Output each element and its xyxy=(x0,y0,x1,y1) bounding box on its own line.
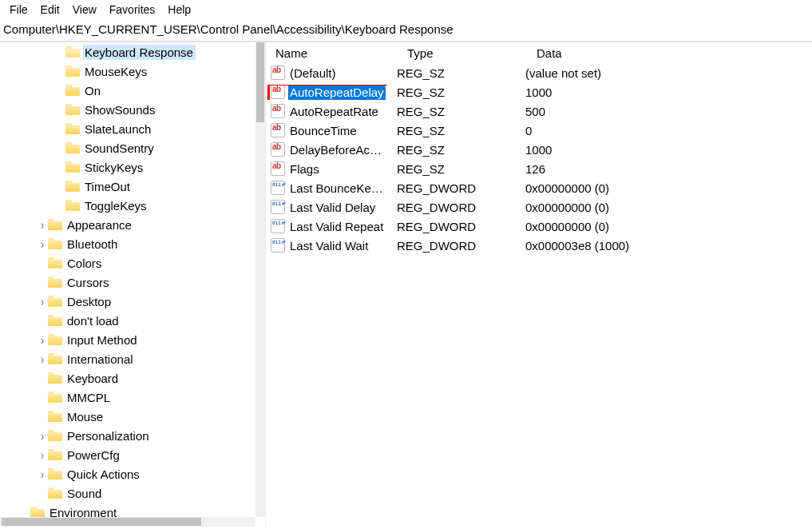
tree-item[interactable]: MouseKeys xyxy=(0,62,255,81)
value-name: BounceTime xyxy=(288,123,358,138)
tree-item-label: Desktop xyxy=(65,294,113,309)
tree-item[interactable]: Environment xyxy=(0,503,255,517)
value-row[interactable]: Last Valid DelayREG_DWORD0x00000000 (0) xyxy=(266,197,812,217)
tree-item-label: Environment xyxy=(48,505,119,518)
folder-icon xyxy=(65,123,80,134)
tree-item[interactable]: Cursors xyxy=(0,272,255,292)
menu-view[interactable]: View xyxy=(66,2,103,18)
tree-item-label: Sound xyxy=(65,486,104,501)
tree-item-label: Input Method xyxy=(65,332,140,348)
menu-help[interactable]: Help xyxy=(161,2,197,18)
column-header-type[interactable]: Type xyxy=(398,42,527,63)
tree-item-label: Cursors xyxy=(65,275,112,290)
workspace: Keyboard ResponseMouseKeysOnShowSoundsSl… xyxy=(0,42,812,527)
list-header: Name Type Data xyxy=(266,42,812,63)
tree-item[interactable]: ›Bluetooth xyxy=(0,234,255,253)
tree-item[interactable]: StickyKeys xyxy=(0,157,255,177)
tree-item[interactable]: SlateLaunch xyxy=(0,119,255,138)
tree-item[interactable]: ›PowerCfg xyxy=(0,445,255,464)
tree-item-label: TimeOut xyxy=(83,179,133,194)
tree-item[interactable]: Colors xyxy=(0,253,255,272)
value-type: REG_SZ xyxy=(387,66,516,80)
folder-icon xyxy=(65,85,80,96)
tree-item-label: Colors xyxy=(65,256,104,271)
tree-item[interactable]: ToggleKeys xyxy=(0,196,255,215)
value-data: 0 xyxy=(516,124,812,137)
value-data: (value not set) xyxy=(516,66,812,80)
value-row[interactable]: DelayBeforeAcc...REG_SZ1000 xyxy=(266,140,812,159)
value-row[interactable]: Last BounceKey ...REG_DWORD0x00000000 (0… xyxy=(266,178,812,197)
tree-item[interactable]: ›International xyxy=(0,349,255,368)
folder-icon xyxy=(65,181,80,192)
expand-icon[interactable]: › xyxy=(37,293,48,309)
scrollbar-thumb[interactable] xyxy=(2,518,201,526)
menu-edit[interactable]: Edit xyxy=(34,2,66,18)
tree-item-label: SoundSentry xyxy=(83,141,156,156)
value-name: Last BounceKey ... xyxy=(288,181,386,196)
tree-item[interactable]: don't load xyxy=(0,311,255,330)
value-row[interactable]: Last Valid WaitREG_DWORD0x000003e8 (1000… xyxy=(266,236,812,255)
string-value-icon xyxy=(271,123,285,137)
tree-item-label: StickyKeys xyxy=(83,160,145,175)
column-header-name[interactable]: Name xyxy=(266,42,398,63)
tree-item[interactable]: ›Input Method xyxy=(0,330,255,349)
tree-item[interactable]: ›Appearance xyxy=(0,215,255,234)
tree-item[interactable]: ›Personalization xyxy=(0,426,255,445)
tree-vertical-scrollbar[interactable] xyxy=(255,42,265,517)
tree-item[interactable]: ›Quick Actions xyxy=(0,464,255,483)
value-type: REG_DWORD xyxy=(387,239,516,253)
menu-favorites[interactable]: Favorites xyxy=(103,2,162,18)
tree-item-label: Personalization xyxy=(65,428,152,443)
tree-item[interactable]: MMCPL xyxy=(0,388,255,407)
tree-item[interactable]: TimeOut xyxy=(0,177,255,196)
tree-item-label: ShowSounds xyxy=(83,102,157,117)
dword-value-icon xyxy=(271,181,285,195)
menu-file[interactable]: File xyxy=(3,2,34,18)
expand-icon[interactable]: › xyxy=(37,447,48,463)
value-row[interactable]: BounceTimeREG_SZ0 xyxy=(266,121,812,140)
value-type: REG_SZ xyxy=(387,143,516,157)
folder-icon xyxy=(48,392,62,403)
tree-item-label: PowerCfg xyxy=(65,447,122,463)
scrollbar-thumb[interactable] xyxy=(256,42,264,122)
tree-item[interactable]: Sound xyxy=(0,483,255,503)
expand-icon[interactable]: › xyxy=(37,217,48,233)
tree-item-label: MouseKeys xyxy=(83,64,149,79)
value-name: (Default) xyxy=(288,66,338,81)
tree-item-label: Keyboard Response xyxy=(83,45,196,60)
folder-icon xyxy=(48,449,62,460)
value-row[interactable]: FlagsREG_SZ126 xyxy=(266,159,812,178)
tree-item-label: Bluetooth xyxy=(65,237,120,252)
tree-item[interactable]: Keyboard Response xyxy=(0,42,255,62)
folder-icon xyxy=(65,161,80,173)
expand-icon[interactable]: › xyxy=(37,351,48,367)
expand-icon[interactable]: › xyxy=(37,466,48,482)
address-bar[interactable]: Computer\HKEY_CURRENT_USER\Control Panel… xyxy=(0,19,812,42)
column-header-data[interactable]: Data xyxy=(527,42,812,63)
expand-icon[interactable]: › xyxy=(37,428,48,443)
value-row[interactable]: AutoRepeatRateREG_SZ500 xyxy=(266,101,812,121)
tree-item[interactable]: Keyboard xyxy=(0,368,255,388)
value-data: 0x00000000 (0) xyxy=(516,181,812,195)
value-type: REG_SZ xyxy=(387,162,516,176)
value-row[interactable]: (Default)REG_SZ(value not set) xyxy=(266,63,812,82)
value-data: 0x00000000 (0) xyxy=(516,220,812,233)
tree-view[interactable]: Keyboard ResponseMouseKeysOnShowSoundsSl… xyxy=(0,42,255,517)
value-data: 0x000003e8 (1000) xyxy=(516,239,812,253)
value-data: 126 xyxy=(516,162,812,176)
expand-icon[interactable]: › xyxy=(37,332,48,348)
tree-item[interactable]: Mouse xyxy=(0,407,255,426)
folder-icon xyxy=(48,487,62,499)
value-row[interactable]: AutoRepeatDelayREG_SZ1000 xyxy=(266,82,812,101)
value-name: DelayBeforeAcc... xyxy=(288,142,386,157)
menu-bar: FileEditViewFavoritesHelp xyxy=(0,0,812,19)
tree-item[interactable]: ShowSounds xyxy=(0,100,255,119)
values-list[interactable]: (Default)REG_SZ(value not set)AutoRepeat… xyxy=(266,63,812,255)
expand-icon[interactable]: › xyxy=(37,236,48,252)
tree-horizontal-scrollbar[interactable] xyxy=(0,517,255,527)
dword-value-icon xyxy=(271,219,285,233)
tree-item[interactable]: SoundSentry xyxy=(0,138,255,157)
tree-item[interactable]: ›Desktop xyxy=(0,292,255,311)
value-row[interactable]: Last Valid RepeatREG_DWORD0x00000000 (0) xyxy=(266,217,812,236)
tree-item[interactable]: On xyxy=(0,81,255,100)
